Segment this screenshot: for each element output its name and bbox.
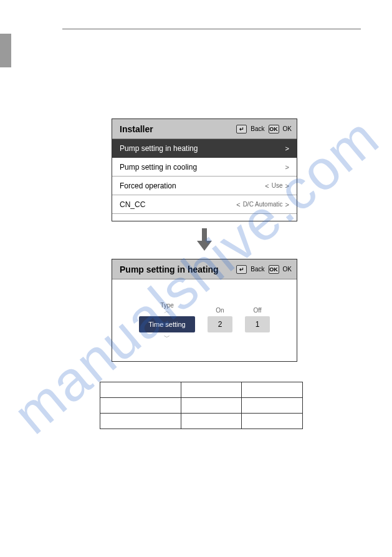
menu-value: < Use >	[265, 182, 289, 190]
value-text: D/C Automatic	[243, 201, 283, 208]
ok-icon[interactable]: OK	[269, 125, 279, 133]
ok-label: OK	[283, 125, 292, 132]
menu-row-cn-cc[interactable]: CN_CC < D/C Automatic >	[112, 195, 297, 214]
table-row	[100, 398, 303, 414]
pump-heating-title: Pump setting in heating	[120, 264, 219, 274]
installer-header: Installer ↵ Back OK OK	[112, 119, 297, 139]
type-selector[interactable]: Time setting	[139, 316, 195, 332]
back-icon[interactable]: ↵	[236, 265, 247, 274]
installer-panel: Installer ↵ Back OK OK Pump setting in h…	[112, 119, 297, 221]
menu-row-cut	[112, 214, 297, 221]
chevron-left-icon: <	[236, 201, 240, 208]
chevron-right-icon: >	[285, 145, 289, 152]
chevron-right-icon: >	[285, 163, 289, 171]
back-label: Back	[251, 125, 264, 132]
menu-row-pump-cooling[interactable]: Pump setting in cooling >	[112, 158, 297, 177]
table-row	[100, 382, 303, 398]
chev-down-row: ﹀	[139, 335, 270, 340]
menu-label: CN_CC	[120, 200, 145, 209]
menu-label: Pump setting in cooling	[120, 163, 197, 172]
type-column: Type ︿	[139, 302, 195, 314]
menu-value: >	[285, 163, 289, 171]
off-header-label: Off	[245, 307, 270, 314]
menu-label: Pump setting in heating	[120, 144, 198, 153]
menu-value: >	[285, 145, 289, 152]
value-row: Time setting 2 1	[139, 316, 270, 332]
off-value-box[interactable]: 1	[245, 316, 270, 332]
page-tab	[0, 34, 11, 67]
installer-title: Installer	[120, 124, 153, 134]
chevron-up-icon[interactable]: ︿	[139, 309, 195, 314]
chevron-right-icon: >	[285, 201, 289, 208]
menu-row-pump-heating[interactable]: Pump setting in heating >	[112, 139, 297, 158]
back-label: Back	[251, 266, 264, 273]
on-header-label: On	[208, 307, 232, 314]
top-rule	[62, 29, 361, 29]
menu-value: < D/C Automatic >	[236, 201, 289, 208]
chevron-right-icon: >	[285, 182, 289, 190]
ok-label: OK	[283, 266, 292, 273]
on-value-box[interactable]: 2	[208, 316, 232, 332]
column-headers: Type ︿ On Off	[139, 302, 270, 314]
back-icon[interactable]: ↵	[236, 125, 247, 133]
menu-label: Forced operation	[120, 182, 176, 190]
pump-heating-header: Pump setting in heating ↵ Back OK OK	[112, 259, 297, 279]
header-actions: ↵ Back OK OK	[236, 125, 292, 133]
chevron-down-icon[interactable]: ﹀	[139, 335, 195, 340]
reference-table	[100, 382, 303, 429]
down-arrow-icon	[196, 227, 213, 252]
settings-body: Type ︿ On Off Time setting 2 1 ﹀	[112, 279, 297, 362]
header-actions: ↵ Back OK OK	[236, 265, 292, 274]
value-text: Use	[272, 182, 283, 189]
ok-icon[interactable]: OK	[269, 265, 279, 274]
pump-heating-panel: Pump setting in heating ↵ Back OK OK Typ…	[112, 259, 297, 362]
chevron-left-icon: <	[265, 182, 269, 190]
table-row	[100, 414, 303, 429]
menu-row-forced-operation[interactable]: Forced operation < Use >	[112, 177, 297, 195]
